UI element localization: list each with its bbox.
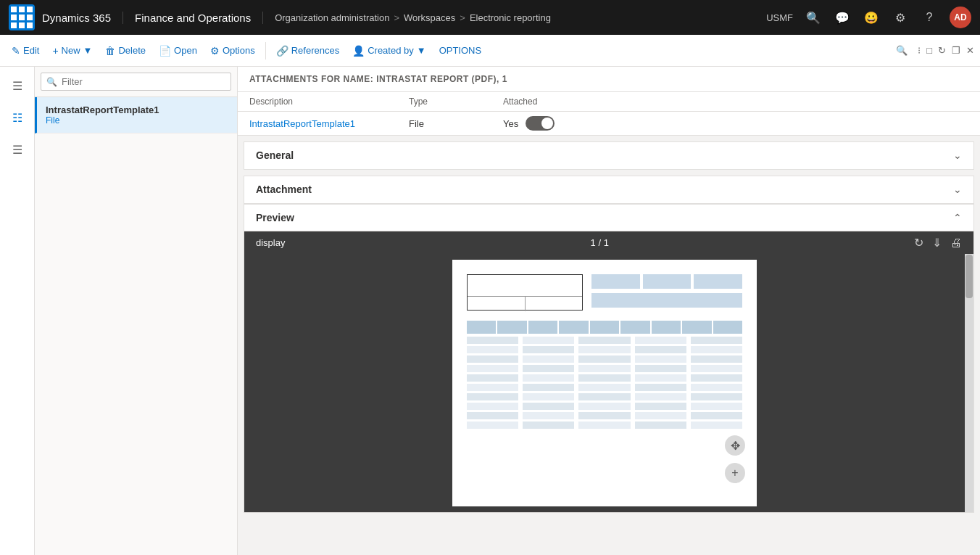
created-icon: 👤 (352, 45, 365, 57)
options2-label: OPTIONS (439, 45, 482, 56)
grid-icon[interactable]: ⁝ (918, 45, 921, 56)
body-layout: ☰ ☷ ☰ 🔍 IntrastatReportTemplate1 File AT… (0, 67, 980, 555)
delete-button[interactable]: 🗑 Delete (99, 42, 151, 59)
options-icon: ⚙ (210, 45, 220, 57)
new-icon: + (52, 45, 58, 57)
settings-icon[interactable]: ⚙ (892, 9, 909, 26)
toolbar-separator (265, 42, 266, 59)
open-icon: 📄 (159, 45, 171, 57)
sidebar-item-name: IntrastatReportTemplate1 (46, 104, 228, 115)
general-section-title: General (256, 149, 294, 161)
general-section-header[interactable]: General ⌄ (244, 142, 973, 169)
new-button[interactable]: + New ▼ (46, 42, 98, 59)
left-icon-panel: ☰ ☷ ☰ (0, 67, 35, 555)
options-label: Options (223, 45, 255, 56)
filter-wrap: 🔍 (41, 73, 231, 91)
created-chevron-icon: ▼ (417, 45, 426, 56)
download-icon[interactable]: ⇓ (932, 236, 942, 250)
search-icon[interactable]: 🔍 (805, 9, 822, 26)
sidebar-item-template1[interactable]: IntrastatReportTemplate1 File (35, 97, 237, 133)
help-icon[interactable]: ? (921, 9, 938, 26)
preview-section-title: Preview (256, 212, 294, 223)
general-chevron-icon: ⌄ (953, 149, 962, 161)
refresh-icon[interactable]: ↻ (938, 45, 946, 56)
breadcrumb-workspaces[interactable]: Workspaces (404, 12, 455, 23)
expand-icon[interactable]: ❐ (952, 45, 960, 56)
options2-button[interactable]: OPTIONS (433, 42, 488, 59)
top-navigation: Dynamics 365 Finance and Operations Orga… (0, 0, 980, 35)
pdf-table-header (467, 321, 742, 334)
pdf-header-box (467, 274, 583, 311)
created-by-label: Created by (368, 45, 414, 56)
new-label: New (62, 45, 80, 56)
viewer-scrollbar[interactable] (965, 254, 973, 512)
attachment-section-header[interactable]: Attachment ⌄ (244, 176, 973, 203)
references-button[interactable]: 🔗 References (270, 42, 345, 59)
options-button[interactable]: ⚙ Options (204, 42, 261, 59)
attachment-row: IntrastatReportTemplate1 File Yes (238, 112, 980, 136)
sidebar-item-sub: File (46, 115, 228, 126)
edit-button[interactable]: ✎ Edit (6, 42, 45, 59)
refresh-doc-icon[interactable]: ↻ (914, 236, 923, 250)
pdf-table-rows (467, 337, 742, 429)
edit-icon: ✎ (12, 45, 20, 57)
list-button[interactable]: ☰ (4, 136, 30, 163)
toolbar-search-icon[interactable]: 🔍 (893, 42, 910, 59)
toolbar-right-icons: ⁝ □ ↻ ❐ ✕ (918, 45, 974, 56)
viewer-actions: ↻ ⇓ 🖨 (914, 236, 962, 250)
preview-chevron-icon: ⌃ (953, 212, 962, 223)
col-description: Description (249, 96, 409, 107)
breadcrumb-er[interactable]: Electronic reporting (470, 12, 551, 23)
avatar[interactable]: AD (950, 7, 971, 28)
attached-yes-text: Yes (503, 118, 518, 129)
viewer-document: ✥ + (452, 260, 757, 506)
preview-section: Preview ⌃ display 1 / 1 ↻ ⇓ 🖨 (244, 204, 974, 513)
references-icon: 🔗 (276, 45, 288, 57)
viewer-scrollbar-thumb[interactable] (966, 255, 973, 298)
created-by-button[interactable]: 👤 Created by ▼ (346, 42, 431, 59)
col-type: Type (409, 96, 503, 107)
module-label: Finance and Operations (123, 12, 263, 24)
preview-viewer: display 1 / 1 ↻ ⇓ 🖨 (244, 231, 973, 512)
preview-section-header[interactable]: Preview ⌃ (244, 205, 973, 231)
delete-label: Delete (118, 45, 146, 56)
smiley-icon[interactable]: 😀 (863, 9, 880, 26)
filter-button[interactable]: ☷ (4, 104, 30, 131)
print-icon[interactable]: 🖨 (950, 237, 962, 250)
attached-toggle[interactable] (526, 116, 555, 131)
attachment-description-link[interactable]: IntrastatReportTemplate1 (249, 118, 409, 129)
open-button[interactable]: 📄 Open (153, 42, 203, 59)
viewer-toolbar: display 1 / 1 ↻ ⇓ 🖨 (244, 231, 973, 254)
attachment-type: File (409, 118, 503, 129)
attachment-attached: Yes (503, 116, 968, 131)
viewer-display-label: display (256, 237, 285, 248)
breadcrumb-org[interactable]: Organization administration (275, 12, 389, 23)
zoom-in-button[interactable]: + (725, 463, 745, 483)
attachments-header: ATTACHMENTS FOR NAME: INTRASTAT REPORT (… (238, 67, 980, 92)
attachments-table-header: Description Type Attached (238, 92, 980, 112)
breadcrumb: Organization administration > Workspaces… (263, 12, 766, 23)
viewer-page-indicator: 1 / 1 (591, 237, 609, 248)
sidebar-filter[interactable]: 🔍 (35, 67, 237, 97)
edit-label: Edit (23, 45, 39, 56)
top-nav-right: USMF 🔍 💬 😀 ⚙ ? AD (766, 7, 971, 28)
general-section: General ⌄ (244, 141, 974, 170)
brand-label: Dynamics 365 (42, 12, 123, 24)
open-label: Open (174, 45, 197, 56)
main-scroll: General ⌄ Attachment ⌄ Preview ⌃ (238, 136, 980, 555)
breadcrumb-sep1: > (394, 12, 399, 23)
attachment-section: Attachment ⌄ (244, 176, 974, 204)
apps-button[interactable] (9, 4, 35, 30)
zoom-move-button[interactable]: ✥ (725, 435, 745, 456)
close-icon[interactable]: ✕ (966, 45, 974, 56)
col-attached: Attached (503, 96, 968, 107)
apps-grid-icon (11, 7, 33, 28)
chat-icon[interactable]: 💬 (834, 9, 851, 26)
filter-input[interactable] (41, 73, 231, 91)
main-content: ATTACHMENTS FOR NAME: INTRASTAT REPORT (… (238, 67, 980, 555)
attachment-chevron-icon: ⌄ (953, 184, 962, 195)
office-icon[interactable]: □ (926, 45, 932, 56)
references-label: References (291, 45, 339, 56)
hamburger-button[interactable]: ☰ (4, 73, 30, 99)
viewer-wrapper: ✥ + (244, 254, 973, 512)
